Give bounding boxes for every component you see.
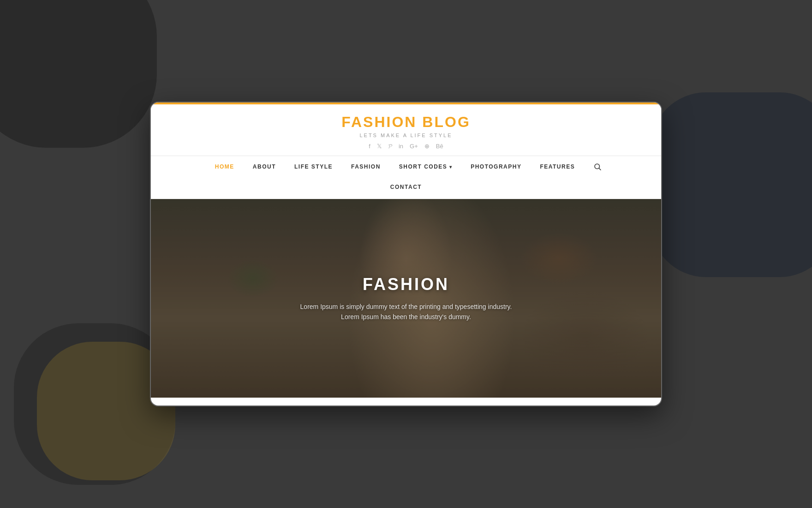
- search-icon: [593, 163, 602, 171]
- facebook-icon[interactable]: f: [369, 143, 370, 150]
- nav-link-shortcodes[interactable]: SHORT CODES: [390, 157, 461, 176]
- browser-window: FASHION BLOG LETS MAKE A LIFE STYLE f 𝕏 …: [150, 102, 662, 406]
- nav-item-lifestyle: LIFE STYLE: [285, 157, 342, 176]
- nav-link-home[interactable]: HOME: [206, 157, 244, 176]
- nav-item-features: FEATURES: [531, 157, 584, 176]
- linkedin-icon[interactable]: in: [399, 143, 403, 150]
- svg-line-1: [599, 168, 601, 170]
- hero-title: FASHION: [291, 275, 521, 294]
- behance-icon[interactable]: Bē: [436, 143, 443, 150]
- nav-link-lifestyle[interactable]: LIFE STYLE: [285, 157, 342, 176]
- social-icons-bar: f 𝕏 𝓟 in G+ ⊕ Bē: [151, 143, 661, 156]
- hero-section: FASHION Lorem Ipsum is simply dummy text…: [151, 199, 661, 398]
- rss-icon[interactable]: ⊕: [424, 143, 430, 150]
- nav-list-row1: HOME ABOUT LIFE STYLE FASHION SHORT CODE…: [151, 156, 661, 177]
- bg-decoration-1: [0, 0, 157, 148]
- site-header: FASHION BLOG LETS MAKE A LIFE STYLE f 𝕏 …: [151, 104, 661, 156]
- google-plus-icon[interactable]: G+: [410, 143, 418, 150]
- bg-decoration-4: [651, 92, 812, 277]
- site-tagline: LETS MAKE A LIFE STYLE: [151, 133, 661, 138]
- svg-point-0: [595, 164, 600, 169]
- site-navigation: HOME ABOUT LIFE STYLE FASHION SHORT CODE…: [151, 156, 661, 199]
- nav-list-row2: CONTACT: [151, 177, 661, 199]
- nav-item-search: [584, 156, 606, 177]
- twitter-icon[interactable]: 𝕏: [377, 143, 382, 150]
- nav-item-fashion: FASHION: [342, 157, 390, 176]
- site-title: FASHION BLOG: [151, 114, 661, 131]
- search-button[interactable]: [589, 156, 606, 177]
- nav-link-contact[interactable]: CONTACT: [381, 177, 431, 197]
- nav-item-home: HOME: [206, 157, 244, 176]
- hero-content: FASHION Lorem Ipsum is simply dummy text…: [291, 275, 521, 322]
- nav-link-features[interactable]: FEATURES: [531, 157, 584, 176]
- nav-item-photography: PHOTOGRAPHY: [461, 157, 531, 176]
- hero-description: Lorem Ipsum is simply dummy text of the …: [291, 302, 521, 322]
- nav-link-about[interactable]: ABOUT: [244, 157, 285, 176]
- nav-item-shortcodes: SHORT CODES: [390, 157, 461, 176]
- pinterest-icon[interactable]: 𝓟: [388, 143, 392, 150]
- nav-link-photography[interactable]: PHOTOGRAPHY: [461, 157, 531, 176]
- nav-item-about: ABOUT: [244, 157, 285, 176]
- nav-link-fashion[interactable]: FASHION: [342, 157, 390, 176]
